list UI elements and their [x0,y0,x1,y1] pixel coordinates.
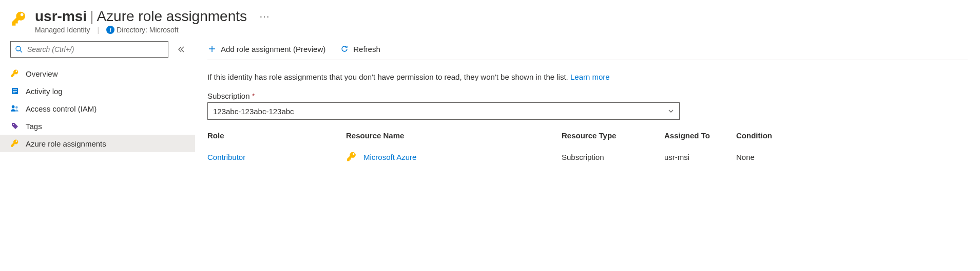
info-text: If this identity has role assignments th… [207,73,968,81]
search-icon [15,45,23,53]
nav-label: Azure role assignments [26,139,106,148]
svg-point-8 [13,124,14,125]
log-icon [10,86,20,96]
svg-point-7 [15,106,18,109]
key-icon [10,10,28,28]
resource-type-label: Managed Identity [35,26,90,34]
add-role-assignment-button[interactable]: Add role assignment (Preview) [207,44,325,53]
refresh-button[interactable]: Refresh [340,44,380,53]
sidebar-item-azure-role-assignments[interactable]: Azure role assignments [0,135,195,152]
col-resource-name: Resource Name [346,131,562,140]
col-role: Role [207,131,346,140]
role-assignments-table: Role Resource Name Resource Type Assigne… [207,127,968,170]
nav-list: Overview Activity log Access control (IA… [0,63,195,154]
subscription-label: Subscription* [207,92,968,100]
col-condition: Condition [736,131,793,140]
separator: | [97,26,99,34]
table-row: Contributor Microsoft Azure Subscription… [207,144,968,170]
directory-label: i Directory: Microsoft [106,26,179,34]
nav-label: Activity log [26,87,63,96]
subscription-dropdown[interactable]: 123abc-123abc-123abc [207,102,680,120]
svg-point-6 [12,105,15,109]
people-icon [10,104,20,113]
chevron-down-icon [668,108,674,114]
plus-icon [207,44,217,53]
page-header: usr-msi|Azure role assignments ⋯ Managed… [0,0,980,38]
sidebar-item-overview[interactable]: Overview [0,65,195,82]
col-assigned-to: Assigned To [664,131,736,140]
page-title: usr-msi|Azure role assignments [35,8,247,25]
key-icon [346,151,357,162]
sidebar: Overview Activity log Access control (IA… [0,38,195,182]
svg-rect-4 [13,91,17,92]
table-header-row: Role Resource Name Resource Type Assigne… [207,127,968,144]
cell-assigned-to: usr-msi [664,153,736,161]
nav-label: Access control (IAM) [26,104,97,113]
resource-name-link[interactable]: Microsoft Azure [363,153,416,161]
sidebar-search-input[interactable] [10,41,168,58]
key-icon [10,69,20,78]
refresh-icon [340,44,349,53]
sidebar-item-activity-log[interactable]: Activity log [0,82,195,100]
cell-resource-type: Subscription [562,153,664,161]
nav-label: Tags [26,122,42,131]
collapse-sidebar-button[interactable] [172,41,189,58]
tag-icon [10,121,20,131]
sidebar-item-tags[interactable]: Tags [0,117,195,135]
toolbar: Add role assignment (Preview) Refresh [207,41,968,60]
col-resource-type: Resource Type [562,131,664,140]
svg-line-1 [20,50,22,52]
key-icon [10,139,20,148]
role-link[interactable]: Contributor [207,153,245,161]
svg-rect-5 [13,93,15,93]
learn-more-link[interactable]: Learn more [570,73,610,81]
svg-point-0 [16,46,21,51]
nav-label: Overview [26,69,58,78]
main-content: Add role assignment (Preview) Refresh If… [195,38,980,182]
info-icon: i [106,26,114,34]
more-actions-button[interactable]: ⋯ [259,10,271,23]
svg-rect-3 [13,89,17,90]
cell-condition: None [736,153,793,161]
sidebar-item-access-control[interactable]: Access control (IAM) [0,100,195,117]
